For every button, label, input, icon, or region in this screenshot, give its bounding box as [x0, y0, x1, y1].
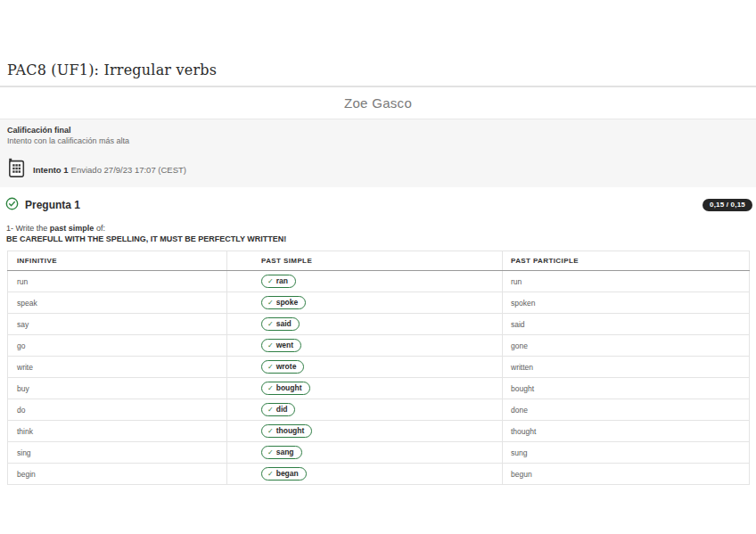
- past-participle-cell: said: [503, 314, 750, 335]
- table-row: go✓wentgone: [8, 335, 750, 357]
- infinitive-cell: go: [8, 335, 227, 357]
- past-simple-cell: ✓bought: [227, 378, 503, 399]
- correct-answer-pill: ✓wrote: [261, 360, 304, 374]
- question-warning: BE CAREFULL WITH THE SPELLING, IT MUST B…: [6, 234, 756, 244]
- answer-text: ran: [276, 277, 288, 285]
- past-simple-cell: ✓said: [227, 314, 503, 335]
- past-participle-cell: spoken: [503, 292, 750, 314]
- attempt-label: Intento 1: [33, 165, 69, 175]
- table-row: begin✓beganbegun: [8, 464, 750, 485]
- past-simple-cell: ✓went: [227, 335, 503, 357]
- table-row: buy✓boughtbought: [8, 378, 750, 399]
- past-participle-cell: thought: [503, 421, 750, 442]
- infinitive-cell: buy: [8, 378, 227, 399]
- answer-text: sang: [276, 448, 294, 456]
- column-header-past-participle: PAST PARTICIPLE: [503, 251, 750, 271]
- past-participle-cell: begun: [503, 464, 750, 485]
- correct-answer-pill: ✓sang: [261, 446, 302, 459]
- infinitive-cell: begin: [8, 464, 227, 485]
- check-icon: ✓: [267, 277, 274, 285]
- question-card: Pregunta 1 0,15 / 0,15 1- Write the past…: [0, 187, 756, 485]
- answer-text: bought: [276, 384, 302, 392]
- quiz-results-page: PAC8 (UF1): Irregular verbs Zoe Gasco Ca…: [0, 61, 756, 534]
- correct-answer-pill: ✓went: [261, 339, 301, 352]
- attempt-link[interactable]: Intento 1Enviado 27/9/23 17:07 (CEST): [7, 158, 749, 182]
- infinitive-cell: speak: [8, 292, 227, 314]
- table-header-row: INFINITIVEPAST SIMPLEPAST PARTICIPLE: [8, 251, 750, 271]
- correct-answer-pill: ✓thought: [261, 424, 312, 438]
- check-icon: ✓: [267, 427, 274, 435]
- past-simple-cell: ✓sang: [227, 442, 503, 464]
- infinitive-cell: write: [8, 357, 227, 378]
- student-name-bar: Zoe Gasco: [0, 87, 756, 119]
- correct-answer-pill: ✓began: [261, 467, 307, 481]
- table-row: think✓thoughtthought: [8, 421, 750, 442]
- infinitive-cell: run: [8, 271, 227, 292]
- correct-answer-pill: ✓did: [261, 403, 295, 416]
- past-simple-cell: ✓began: [227, 464, 503, 485]
- answer-text: thought: [276, 427, 305, 435]
- column-header-infinitive: INFINITIVE: [8, 251, 227, 271]
- question-instruction: 1- Write the past simple of:: [6, 224, 756, 234]
- verbs-table-body: run✓ranrunspeak✓spokespokensay✓saidsaidg…: [8, 271, 750, 485]
- past-participle-cell: done: [503, 399, 750, 421]
- final-grade-label: Calificación final: [7, 126, 749, 136]
- page-title: PAC8 (UF1): Irregular verbs: [7, 61, 756, 80]
- answer-text: said: [276, 320, 292, 328]
- correct-answer-pill: ✓bought: [261, 382, 310, 395]
- check-icon: ✓: [267, 363, 274, 371]
- attempt-grid-icon: [7, 158, 26, 182]
- past-participle-cell: written: [503, 357, 750, 378]
- check-icon: ✓: [267, 384, 274, 392]
- answer-text: wrote: [276, 363, 297, 371]
- answer-text: went: [276, 341, 293, 349]
- student-name: Zoe Gasco: [344, 95, 412, 111]
- past-participle-cell: bought: [503, 378, 750, 399]
- verbs-table: INFINITIVEPAST SIMPLEPAST PARTICIPLE run…: [7, 251, 750, 485]
- correct-answer-pill: ✓spoke: [261, 296, 306, 309]
- check-icon: ✓: [267, 470, 274, 478]
- infinitive-cell: say: [8, 314, 227, 335]
- score-badge: 0,15 / 0,15: [703, 199, 752, 211]
- attempt-text: Intento 1Enviado 27/9/23 17:07 (CEST): [33, 165, 186, 176]
- check-icon: ✓: [267, 406, 274, 414]
- check-icon: ✓: [267, 448, 274, 456]
- table-row: speak✓spokespoken: [8, 292, 750, 314]
- past-simple-cell: ✓thought: [227, 421, 503, 442]
- grade-panel: Calificación final Intento con la califi…: [0, 119, 756, 187]
- past-simple-cell: ✓wrote: [227, 357, 503, 378]
- check-icon: ✓: [267, 320, 274, 328]
- correct-check-circle-icon: [5, 197, 19, 214]
- past-participle-cell: run: [503, 271, 750, 292]
- past-participle-cell: gone: [503, 335, 750, 357]
- answer-text: did: [276, 406, 288, 414]
- check-icon: ✓: [267, 299, 274, 307]
- table-row: run✓ranrun: [8, 271, 750, 292]
- past-participle-cell: sung: [503, 442, 750, 464]
- question-header: Pregunta 1 0,15 / 0,15: [0, 198, 756, 212]
- table-row: do✓diddone: [8, 399, 750, 421]
- answer-text: began: [276, 470, 299, 478]
- attempt-submitted-date: Enviado 27/9/23 17:07 (CEST): [71, 165, 186, 175]
- column-header-past-simple: PAST SIMPLE: [227, 251, 503, 271]
- infinitive-cell: do: [8, 399, 227, 421]
- correct-answer-pill: ✓said: [261, 317, 300, 331]
- answer-text: spoke: [276, 299, 299, 307]
- final-grade-subtitle: Intento con la calificación más alta: [7, 136, 749, 146]
- table-row: write✓wrotewritten: [8, 357, 750, 378]
- past-simple-cell: ✓spoke: [227, 292, 503, 314]
- infinitive-cell: think: [8, 421, 227, 442]
- past-simple-cell: ✓ran: [227, 271, 503, 292]
- past-simple-cell: ✓did: [227, 399, 503, 421]
- check-icon: ✓: [267, 341, 274, 349]
- question-title: Pregunta 1: [25, 199, 80, 211]
- infinitive-cell: sing: [8, 442, 227, 464]
- table-row: say✓saidsaid: [8, 314, 750, 335]
- correct-answer-pill: ✓ran: [261, 275, 296, 288]
- table-row: sing✓sangsung: [8, 442, 750, 464]
